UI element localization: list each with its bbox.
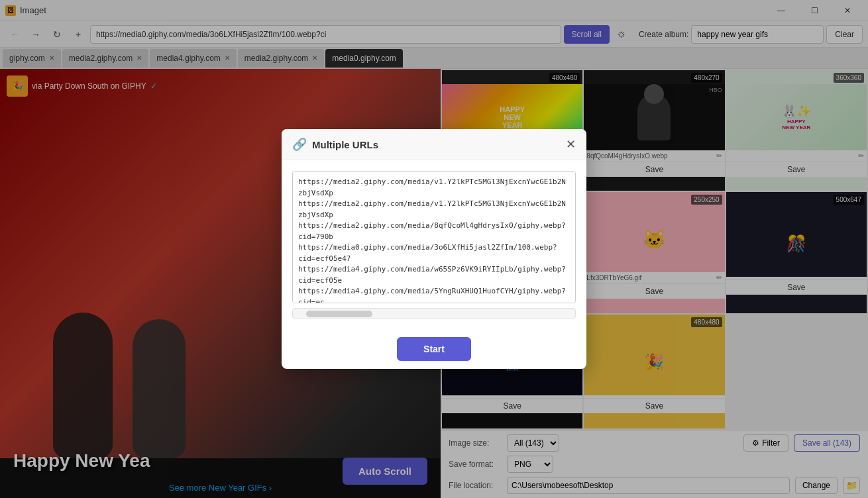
modal-overlay[interactable]: 🔗 Multiple URLs ✕ https://media2.giphy.c… — [0, 0, 868, 498]
modal-icon: 🔗 — [292, 137, 307, 152]
modal-title: Multiple URLs — [312, 139, 378, 150]
modal-body: https://media2.giphy.com/media/v1.Y2lkPT… — [282, 160, 586, 329]
modal-title-row: 🔗 Multiple URLs — [292, 137, 378, 152]
modal-urls-textarea[interactable]: https://media2.giphy.com/media/v1.Y2lkPT… — [292, 171, 576, 303]
modal-scrollbar[interactable] — [292, 308, 576, 319]
modal-close-button[interactable]: ✕ — [566, 137, 576, 152]
modal-scrollbar-thumb — [306, 311, 372, 317]
start-button[interactable]: Start — [397, 337, 471, 361]
modal-footer: Start — [282, 329, 586, 369]
modal-header: 🔗 Multiple URLs ✕ — [282, 129, 586, 160]
modal-dialog: 🔗 Multiple URLs ✕ https://media2.giphy.c… — [282, 129, 586, 369]
